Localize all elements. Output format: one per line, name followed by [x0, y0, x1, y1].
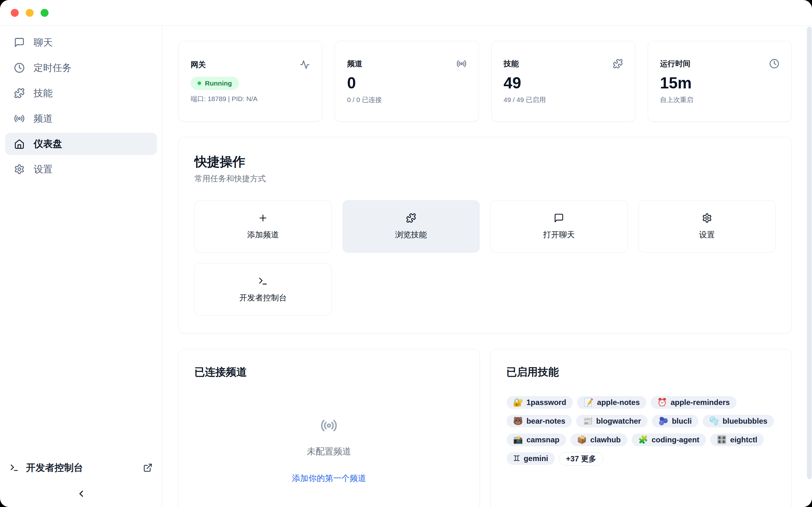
chip-label: gemini: [524, 454, 548, 463]
sidebar-item-label: 定时任务: [34, 61, 72, 74]
chat-icon: [554, 213, 564, 223]
sidebar-item-label: 仪表盘: [34, 137, 62, 151]
terminal-icon: [258, 276, 268, 286]
more-skills-button[interactable]: +37 更多: [559, 452, 603, 465]
quick-actions-panel: 快捷操作 常用任务和快捷方式 添加频道 浏览技能 打开聊天: [178, 137, 792, 334]
sidebar-item-label: 设置: [34, 163, 53, 176]
plus-icon: [258, 213, 268, 223]
quick-actions-title: 快捷操作: [194, 154, 775, 169]
radio-icon: [320, 417, 338, 434]
stat-title: 运行时间: [660, 59, 691, 69]
quick-actions-subtitle: 常用任务和快捷方式: [194, 173, 775, 184]
stat-detail: 自上次重启: [660, 95, 779, 104]
status-dot: [198, 81, 201, 85]
enabled-skills-title: 已启用技能: [507, 366, 776, 378]
add-first-channel-link[interactable]: 添加你的第一个频道: [292, 473, 366, 484]
skill-chip: ♊gemini: [507, 452, 555, 465]
browse-skills-button[interactable]: 浏览技能: [343, 200, 480, 252]
status-badge: Running: [191, 77, 239, 90]
skill-chip: ⏰apple-reminders: [651, 396, 737, 409]
close-button[interactable]: [11, 9, 19, 17]
skill-chip: 🐻bear-notes: [507, 415, 572, 428]
bear-emoji-icon: 🐻: [513, 416, 523, 426]
stat-value: 49: [504, 75, 623, 91]
gear-icon: [702, 213, 712, 223]
newspaper-emoji-icon: 📰: [583, 416, 593, 426]
radio-icon: [456, 59, 467, 69]
skill-chip: 📦clawhub: [570, 434, 627, 446]
stat-title: 频道: [347, 59, 362, 69]
skill-chip: 🔐1password: [507, 396, 573, 409]
radio-icon: [14, 113, 25, 124]
open-chat-button[interactable]: 打开聊天: [490, 200, 628, 252]
skill-chip: 📰blogwatcher: [576, 415, 648, 428]
stat-value: 0: [347, 75, 466, 91]
button-label: 开发者控制台: [239, 292, 287, 303]
sidebar-item-label: 聊天: [34, 36, 53, 49]
skill-chip: 🧩coding-agent: [631, 434, 706, 446]
terminal-icon: [9, 463, 19, 472]
quick-actions-grid: 添加频道 浏览技能 打开聊天 设置: [194, 200, 775, 316]
chat-icon: [14, 37, 25, 48]
home-icon: [14, 138, 25, 149]
scrollbar-thumb[interactable]: [807, 26, 812, 479]
control-knobs-emoji-icon: 🎛️: [717, 435, 727, 444]
chip-label: 1password: [526, 398, 566, 407]
button-label: 设置: [699, 229, 715, 240]
chip-label: coding-agent: [652, 435, 699, 444]
chip-label: apple-reminders: [670, 398, 730, 407]
stats-grid: 网关 Running 端口: 18789 | PID: N/A 频道 0: [178, 41, 792, 122]
sidebar-item-label: 技能: [34, 87, 53, 100]
button-label: 打开聊天: [543, 229, 575, 240]
sidebar-item-scheduled-tasks[interactable]: 定时任务: [5, 57, 157, 79]
settings-button[interactable]: 设置: [639, 200, 776, 252]
sidebar-item-skills[interactable]: 技能: [5, 82, 157, 104]
stat-card-skills: 技能 49 49 / 49 已启用: [491, 41, 635, 122]
package-emoji-icon: 📦: [577, 435, 587, 444]
chip-label: blogwatcher: [596, 417, 641, 426]
sidebar-collapse-button[interactable]: [5, 489, 157, 499]
dev-console-link[interactable]: 开发者控制台: [5, 458, 157, 478]
status-label: Running: [205, 79, 232, 87]
maximize-button[interactable]: [41, 9, 49, 17]
external-link-icon: [143, 463, 153, 472]
puzzle-emoji-icon: 🧩: [638, 435, 648, 444]
stat-title: 技能: [504, 59, 519, 69]
skill-chip: 📝apple-notes: [577, 396, 647, 409]
chip-label: blucli: [672, 417, 692, 426]
dev-console-button[interactable]: 开发者控制台: [194, 263, 332, 316]
stat-detail: 49 / 49 已启用: [504, 95, 623, 104]
minimize-button[interactable]: [26, 9, 34, 17]
puzzle-icon: [406, 213, 416, 223]
camera-flash-emoji-icon: 📸: [513, 435, 523, 444]
clock-icon: [769, 59, 779, 69]
dev-console-label: 开发者控制台: [26, 461, 83, 474]
skill-chip: 🎛️eightctl: [710, 434, 764, 446]
sidebar-item-chat[interactable]: 聊天: [5, 32, 157, 54]
add-channel-button[interactable]: 添加频道: [194, 200, 332, 252]
sidebar-nav: 聊天 定时任务 技能 频道 仪表盘: [5, 32, 157, 180]
app-window: 聊天 定时任务 技能 频道 仪表盘: [0, 0, 812, 507]
chip-label: eightctl: [730, 435, 757, 444]
lock-key-emoji-icon: 🔐: [513, 398, 523, 407]
button-label: 浏览技能: [395, 229, 427, 240]
stat-card-uptime: 运行时间 15m 自上次重启: [648, 41, 792, 122]
puzzle-icon: [613, 59, 623, 69]
skill-chip: 🫐blucli: [652, 415, 699, 428]
chevron-left-icon: [76, 489, 86, 499]
puzzle-icon: [14, 88, 25, 99]
sidebar-item-settings[interactable]: 设置: [5, 158, 157, 180]
chip-label: apple-notes: [597, 398, 640, 407]
stat-detail: 0 / 0 已连接: [347, 95, 466, 104]
button-label: 添加频道: [247, 229, 279, 240]
empty-channels-text: 未配置频道: [307, 446, 351, 458]
gear-icon: [14, 164, 25, 175]
sidebar-item-dashboard[interactable]: 仪表盘: [5, 133, 157, 155]
sidebar: 聊天 定时任务 技能 频道 仪表盘: [0, 26, 162, 507]
activity-icon: [300, 60, 310, 70]
stat-card-channels: 频道 0 0 / 0 已连接: [335, 41, 478, 122]
sidebar-item-channels[interactable]: 频道: [5, 107, 157, 130]
skill-chips: 🔐1password 📝apple-notes ⏰apple-reminders…: [507, 396, 776, 465]
memo-emoji-icon: 📝: [583, 398, 594, 407]
gemini-emoji-icon: ♊: [513, 454, 520, 463]
